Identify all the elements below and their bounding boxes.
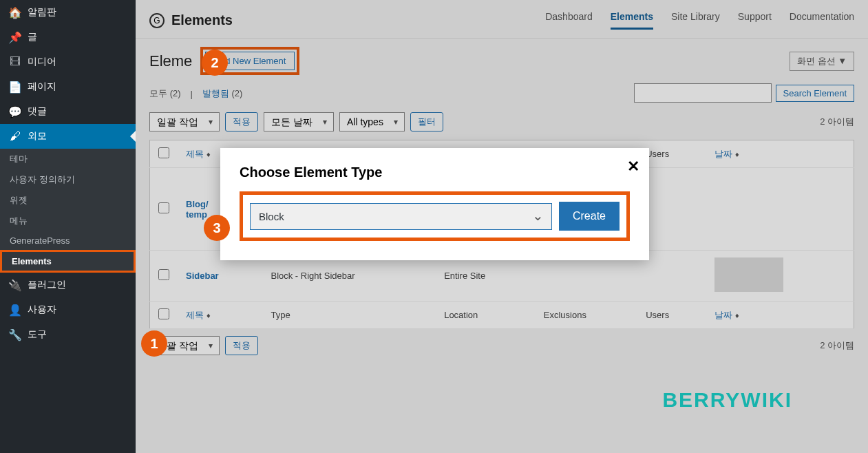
- sidebar-item-label: 외모: [28, 130, 47, 143]
- sidebar-item-media[interactable]: 🎞미디어: [0, 50, 136, 74]
- modal-title: Choose Element Type: [240, 165, 630, 180]
- comment-icon: 💬: [8, 105, 22, 118]
- sidebar-item-label: 플러그인: [28, 279, 66, 291]
- sidebar-sub-widgets[interactable]: 위젯: [0, 190, 136, 211]
- modal-controls-highlight: Block Create: [240, 191, 630, 241]
- close-icon[interactable]: ✕: [627, 158, 639, 176]
- sidebar-sub-customize[interactable]: 사용자 정의하기: [0, 169, 136, 190]
- sidebar-sub-elements[interactable]: Elements: [0, 250, 136, 273]
- element-type-modal: ✕ Choose Element Type Block Create: [220, 148, 649, 260]
- sidebar-item-label: 댓글: [28, 105, 47, 118]
- wrench-icon: 🔧: [8, 328, 22, 341]
- sidebar-item-plugins[interactable]: 🔌플러그인: [0, 273, 136, 297]
- sidebar-item-comments[interactable]: 💬댓글: [0, 99, 136, 124]
- create-button[interactable]: Create: [559, 202, 620, 231]
- sidebar-item-dashboard[interactable]: 🏠알림판: [0, 0, 136, 25]
- annotation-marker-1: 1: [141, 330, 167, 357]
- sidebar-item-pages[interactable]: 📄페이지: [0, 74, 136, 99]
- sidebar-item-appearance[interactable]: 🖌외모: [0, 124, 136, 149]
- sidebar-sub-generatepress[interactable]: GeneratePress: [0, 231, 136, 250]
- user-icon: 👤: [8, 303, 22, 317]
- sidebar-item-tools[interactable]: 🔧도구: [0, 322, 136, 347]
- plugin-icon: 🔌: [8, 278, 22, 292]
- element-type-select[interactable]: Block: [250, 203, 552, 230]
- pin-icon: 📌: [8, 30, 22, 44]
- sidebar-item-label: 미디어: [28, 56, 56, 68]
- page-icon: 📄: [8, 80, 22, 94]
- watermark: BERRYWIKI: [662, 388, 792, 412]
- annotation-marker-2: 2: [202, 50, 228, 76]
- sidebar-item-label: 페이지: [28, 81, 56, 93]
- brush-icon: 🖌: [8, 129, 22, 143]
- media-icon: 🎞: [8, 55, 22, 69]
- sidebar-item-label: 사용자: [28, 304, 56, 316]
- sidebar-item-users[interactable]: 👤사용자: [0, 297, 136, 322]
- sidebar-item-label: 도구: [28, 328, 47, 341]
- sidebar-item-posts[interactable]: 📌글: [0, 25, 136, 50]
- annotation-marker-3: 3: [204, 215, 230, 241]
- sidebar-sub-menus[interactable]: 메뉴: [0, 211, 136, 231]
- dashboard-icon: 🏠: [8, 6, 22, 19]
- sidebar-sub-themes[interactable]: 테마: [0, 149, 136, 169]
- sidebar-item-label: 알림판: [28, 6, 56, 19]
- sidebar-item-label: 글: [28, 31, 37, 43]
- admin-sidebar: 🏠알림판 📌글 🎞미디어 📄페이지 💬댓글 🖌외모 테마 사용자 정의하기 위젯…: [0, 0, 136, 453]
